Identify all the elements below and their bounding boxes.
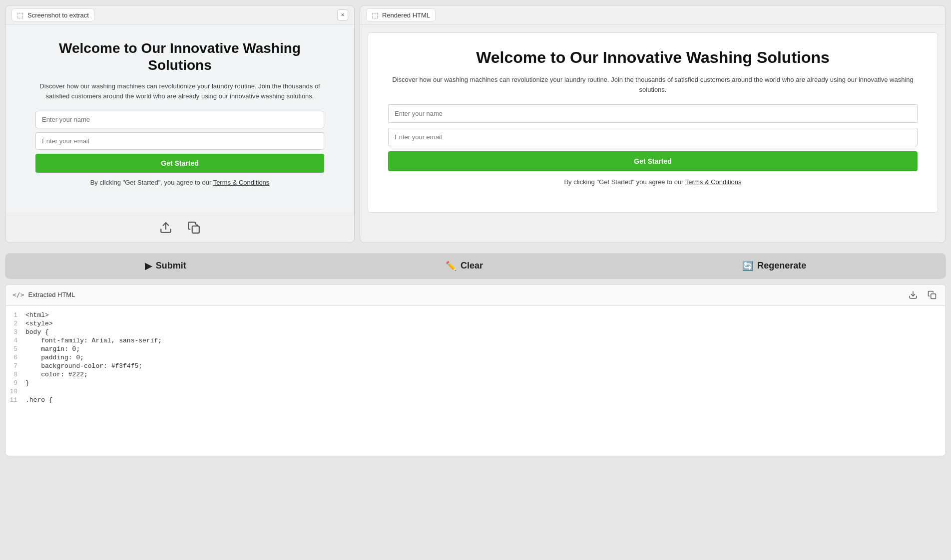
rendered-image-icon: ⬚: [372, 11, 378, 19]
rendered-tab: ⬚ Rendered HTML: [366, 8, 436, 21]
close-button[interactable]: ×: [337, 9, 348, 20]
close-icon: ×: [341, 11, 344, 18]
submit-label: Submit: [156, 261, 186, 271]
copy-button[interactable]: [926, 288, 939, 301]
rendered-heading: Welcome to Our Innovative Washing Soluti…: [388, 48, 918, 67]
screenshot-terms: By clicking "Get Started", you agree to …: [35, 178, 324, 188]
screenshot-email-input[interactable]: [35, 132, 324, 150]
terms-prefix: By clicking "Get Started", you agree to …: [90, 179, 213, 186]
rendered-terms-link[interactable]: Terms & Conditions: [685, 178, 742, 186]
line-number: 8: [5, 371, 25, 378]
right-panel: ⬚ Rendered HTML Welcome to Our Innovativ…: [360, 5, 946, 243]
clear-label: Clear: [461, 261, 483, 271]
code-line: 4 font-family: Arial, sans-serif;: [5, 336, 946, 345]
line-content: <html>: [25, 311, 49, 319]
line-number: 4: [5, 337, 25, 344]
rendered-email-input[interactable]: [388, 128, 918, 146]
regenerate-button[interactable]: 🔄 Regenerate: [742, 261, 806, 272]
code-line: 9}: [5, 379, 946, 387]
code-line: 8 color: #222;: [5, 370, 946, 379]
line-number: 1: [5, 311, 25, 319]
line-number: 3: [5, 328, 25, 336]
rendered-terms: By clicking "Get Started" you agree to o…: [388, 177, 918, 187]
left-panel: ⬚ Screenshot to extract × Welcome to Our…: [5, 5, 355, 243]
line-content: color: #222;: [25, 371, 88, 378]
regenerate-label: Regenerate: [757, 261, 806, 271]
rendered-name-input[interactable]: [388, 104, 918, 123]
line-number: 7: [5, 362, 25, 370]
screenshot-name-input[interactable]: [35, 111, 324, 128]
rendered-content: Welcome to Our Innovative Washing Soluti…: [368, 32, 938, 213]
screenshot-get-started-button[interactable]: Get Started: [35, 154, 324, 173]
code-body: 1<html>2<style>3body {4 font-family: Ari…: [5, 306, 946, 456]
line-content: <style>: [25, 320, 53, 327]
line-content: font-family: Arial, sans-serif;: [25, 337, 162, 344]
clipboard-button[interactable]: [185, 219, 203, 237]
line-number: 5: [5, 345, 25, 353]
line-number: 9: [5, 379, 25, 387]
clear-icon: ✏️: [446, 261, 457, 272]
line-content: background-color: #f3f4f5;: [25, 362, 142, 370]
svg-rect-1: [192, 226, 199, 233]
line-number: 11: [5, 396, 25, 404]
rendered-tab-label: Rendered HTML: [382, 11, 430, 19]
code-line: 7 background-color: #f3f4f5;: [5, 362, 946, 370]
code-line: 10: [5, 387, 946, 396]
rendered-get-started-button[interactable]: Get Started: [388, 151, 918, 171]
line-number: 10: [5, 388, 25, 395]
screenshot-description: Discover how our washing machines can re…: [35, 81, 324, 101]
submit-button[interactable]: ▶ Submit: [145, 261, 186, 272]
code-line: 5 margin: 0;: [5, 345, 946, 353]
code-line: 2<style>: [5, 319, 946, 328]
upload-button[interactable]: [157, 219, 175, 237]
rendered-description: Discover how our washing machines can re…: [388, 75, 918, 94]
code-tab: </> Extracted HTML: [12, 291, 75, 298]
line-content: body {: [25, 328, 49, 336]
download-button[interactable]: [907, 288, 920, 301]
line-number: 6: [5, 354, 25, 361]
line-number: 2: [5, 320, 25, 327]
panel-bottom-icons: [5, 213, 354, 243]
svg-rect-4: [931, 293, 936, 298]
regenerate-icon: 🔄: [742, 261, 753, 272]
terms-link[interactable]: Terms & Conditions: [213, 179, 270, 186]
screenshot-heading: Welcome to Our Innovative Washing Soluti…: [35, 40, 324, 73]
code-line: 6 padding: 0;: [5, 353, 946, 362]
code-panel: </> Extracted HTML 1<html>2<style>3body …: [5, 284, 946, 456]
line-content: }: [25, 379, 29, 387]
code-line: 1<html>: [5, 311, 946, 319]
screenshot-tab: ⬚ Screenshot to extract: [11, 8, 94, 21]
left-panel-tab: ⬚ Screenshot to extract ×: [5, 5, 354, 25]
right-panel-tab: ⬚ Rendered HTML: [360, 5, 946, 25]
top-area: ⬚ Screenshot to extract × Welcome to Our…: [0, 0, 951, 248]
code-line: 3body {: [5, 328, 946, 336]
code-panel-header: </> Extracted HTML: [5, 284, 946, 306]
action-bar: ▶ Submit ✏️ Clear 🔄 Regenerate: [5, 253, 946, 279]
clear-button[interactable]: ✏️ Clear: [446, 261, 483, 272]
code-panel-actions: [907, 288, 939, 301]
line-content: .hero {: [25, 396, 53, 404]
submit-icon: ▶: [145, 261, 152, 272]
rendered-terms-prefix: By clicking "Get Started" you agree to o…: [564, 178, 685, 186]
screenshot-tab-label: Screenshot to extract: [27, 11, 89, 19]
line-content: margin: 0;: [25, 345, 80, 353]
code-tab-label: Extracted HTML: [28, 291, 75, 298]
screenshot-content: Welcome to Our Innovative Washing Soluti…: [5, 25, 354, 213]
code-tab-icon: </>: [12, 291, 24, 298]
code-line: 11.hero {: [5, 396, 946, 404]
image-icon: ⬚: [17, 11, 23, 19]
line-content: padding: 0;: [25, 354, 84, 361]
